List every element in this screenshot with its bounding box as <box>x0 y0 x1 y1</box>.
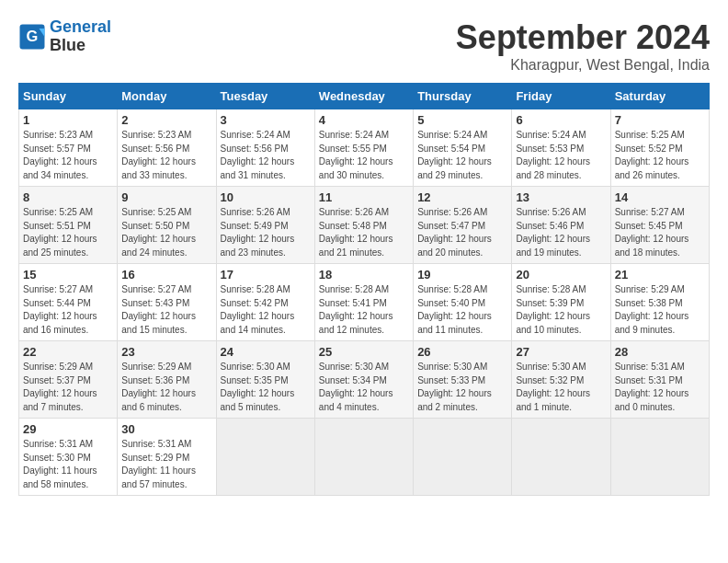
logo-text: General Blue <box>50 18 111 55</box>
calendar-day-24: 24 Sunrise: 5:30 AMSunset: 5:35 PMDaylig… <box>216 341 314 419</box>
day-info: Sunrise: 5:24 AMSunset: 5:53 PMDaylight:… <box>516 129 606 182</box>
day-info: Sunrise: 5:23 AMSunset: 5:57 PMDaylight:… <box>23 129 113 182</box>
calendar-day-18: 18 Sunrise: 5:28 AMSunset: 5:41 PMDaylig… <box>314 264 413 341</box>
calendar-day-21: 21 Sunrise: 5:29 AMSunset: 5:38 PMDaylig… <box>610 264 709 341</box>
calendar-week-4: 29 Sunrise: 5:31 AMSunset: 5:30 PMDaylig… <box>19 419 710 496</box>
day-info: Sunrise: 5:30 AMSunset: 5:34 PMDaylight:… <box>319 361 409 414</box>
column-header-saturday: Saturday <box>610 84 709 109</box>
calendar-header-row: SundayMondayTuesdayWednesdayThursdayFrid… <box>19 84 710 109</box>
logo-icon: G <box>18 23 46 51</box>
day-info: Sunrise: 5:30 AMSunset: 5:35 PMDaylight:… <box>221 361 311 414</box>
column-header-tuesday: Tuesday <box>216 84 314 109</box>
day-info: Sunrise: 5:27 AMSunset: 5:45 PMDaylight:… <box>615 206 705 259</box>
day-info: Sunrise: 5:26 AMSunset: 5:46 PMDaylight:… <box>516 206 606 259</box>
calendar-day-15: 15 Sunrise: 5:27 AMSunset: 5:44 PMDaylig… <box>19 264 118 341</box>
month-title: September 2024 <box>456 18 710 57</box>
day-number: 7 <box>615 113 705 127</box>
calendar-table: SundayMondayTuesdayWednesdayThursdayFrid… <box>18 83 710 496</box>
calendar-day-30: 30 Sunrise: 5:31 AMSunset: 5:29 PMDaylig… <box>118 419 216 496</box>
day-info: Sunrise: 5:26 AMSunset: 5:48 PMDaylight:… <box>319 206 409 259</box>
day-info: Sunrise: 5:28 AMSunset: 5:39 PMDaylight:… <box>516 283 606 337</box>
day-number: 29 <box>23 422 113 436</box>
day-number: 25 <box>319 345 409 359</box>
day-info: Sunrise: 5:26 AMSunset: 5:49 PMDaylight:… <box>221 206 311 259</box>
svg-text:G: G <box>27 27 39 43</box>
day-number: 19 <box>417 268 507 282</box>
day-number: 16 <box>121 268 211 282</box>
day-number: 11 <box>319 190 409 204</box>
day-info: Sunrise: 5:27 AMSunset: 5:44 PMDaylight:… <box>23 283 113 337</box>
day-info: Sunrise: 5:25 AMSunset: 5:52 PMDaylight:… <box>615 129 705 182</box>
calendar-day-12: 12 Sunrise: 5:26 AMSunset: 5:47 PMDaylig… <box>414 187 512 264</box>
empty-cell <box>216 419 314 496</box>
day-number: 9 <box>121 190 211 204</box>
day-info: Sunrise: 5:28 AMSunset: 5:42 PMDaylight:… <box>221 283 311 337</box>
day-number: 18 <box>319 268 409 282</box>
day-info: Sunrise: 5:27 AMSunset: 5:43 PMDaylight:… <box>121 283 211 337</box>
day-number: 28 <box>615 345 705 359</box>
calendar-week-3: 22 Sunrise: 5:29 AMSunset: 5:37 PMDaylig… <box>19 341 710 419</box>
calendar-day-7: 7 Sunrise: 5:25 AMSunset: 5:52 PMDayligh… <box>610 109 709 187</box>
day-info: Sunrise: 5:29 AMSunset: 5:38 PMDaylight:… <box>615 283 705 337</box>
calendar-day-8: 8 Sunrise: 5:25 AMSunset: 5:51 PMDayligh… <box>19 187 118 264</box>
calendar-day-10: 10 Sunrise: 5:26 AMSunset: 5:49 PMDaylig… <box>216 187 314 264</box>
day-number: 8 <box>23 190 113 204</box>
empty-cell <box>512 419 610 496</box>
calendar-day-6: 6 Sunrise: 5:24 AMSunset: 5:53 PMDayligh… <box>512 109 610 187</box>
column-header-friday: Friday <box>512 84 610 109</box>
day-number: 22 <box>23 345 113 359</box>
day-info: Sunrise: 5:24 AMSunset: 5:55 PMDaylight:… <box>319 129 409 182</box>
day-info: Sunrise: 5:31 AMSunset: 5:30 PMDaylight:… <box>23 438 113 491</box>
day-number: 10 <box>221 190 311 204</box>
logo: G General Blue <box>18 18 111 55</box>
empty-cell <box>314 419 413 496</box>
location-title: Kharagpur, West Bengal, India <box>456 57 710 74</box>
calendar-day-28: 28 Sunrise: 5:31 AMSunset: 5:31 PMDaylig… <box>610 341 709 419</box>
day-info: Sunrise: 5:29 AMSunset: 5:37 PMDaylight:… <box>23 361 113 414</box>
day-info: Sunrise: 5:25 AMSunset: 5:50 PMDaylight:… <box>121 206 211 259</box>
calendar-day-5: 5 Sunrise: 5:24 AMSunset: 5:54 PMDayligh… <box>414 109 512 187</box>
day-number: 26 <box>417 345 507 359</box>
day-number: 1 <box>23 113 113 127</box>
calendar-day-1: 1 Sunrise: 5:23 AMSunset: 5:57 PMDayligh… <box>19 109 118 187</box>
title-area: September 2024 Kharagpur, West Bengal, I… <box>456 18 710 74</box>
day-number: 4 <box>319 113 409 127</box>
day-info: Sunrise: 5:29 AMSunset: 5:36 PMDaylight:… <box>121 361 211 414</box>
calendar-week-2: 15 Sunrise: 5:27 AMSunset: 5:44 PMDaylig… <box>19 264 710 341</box>
empty-cell <box>610 419 709 496</box>
calendar-day-13: 13 Sunrise: 5:26 AMSunset: 5:46 PMDaylig… <box>512 187 610 264</box>
calendar-day-22: 22 Sunrise: 5:29 AMSunset: 5:37 PMDaylig… <box>19 341 118 419</box>
day-number: 20 <box>516 268 606 282</box>
day-info: Sunrise: 5:25 AMSunset: 5:51 PMDaylight:… <box>23 206 113 259</box>
day-number: 17 <box>221 268 311 282</box>
calendar-day-29: 29 Sunrise: 5:31 AMSunset: 5:30 PMDaylig… <box>19 419 118 496</box>
day-info: Sunrise: 5:28 AMSunset: 5:41 PMDaylight:… <box>319 283 409 337</box>
day-number: 14 <box>615 190 705 204</box>
column-header-monday: Monday <box>118 84 216 109</box>
day-number: 5 <box>417 113 507 127</box>
calendar-day-19: 19 Sunrise: 5:28 AMSunset: 5:40 PMDaylig… <box>414 264 512 341</box>
calendar-week-0: 1 Sunrise: 5:23 AMSunset: 5:57 PMDayligh… <box>19 109 710 187</box>
day-number: 30 <box>121 422 211 436</box>
day-info: Sunrise: 5:30 AMSunset: 5:33 PMDaylight:… <box>417 361 507 414</box>
day-number: 24 <box>221 345 311 359</box>
column-header-thursday: Thursday <box>414 84 512 109</box>
calendar-day-16: 16 Sunrise: 5:27 AMSunset: 5:43 PMDaylig… <box>118 264 216 341</box>
column-header-wednesday: Wednesday <box>314 84 413 109</box>
calendar-day-11: 11 Sunrise: 5:26 AMSunset: 5:48 PMDaylig… <box>314 187 413 264</box>
day-number: 13 <box>516 190 606 204</box>
calendar-day-27: 27 Sunrise: 5:30 AMSunset: 5:32 PMDaylig… <box>512 341 610 419</box>
calendar-day-9: 9 Sunrise: 5:25 AMSunset: 5:50 PMDayligh… <box>118 187 216 264</box>
day-number: 27 <box>516 345 606 359</box>
calendar-day-20: 20 Sunrise: 5:28 AMSunset: 5:39 PMDaylig… <box>512 264 610 341</box>
calendar-day-17: 17 Sunrise: 5:28 AMSunset: 5:42 PMDaylig… <box>216 264 314 341</box>
calendar-week-1: 8 Sunrise: 5:25 AMSunset: 5:51 PMDayligh… <box>19 187 710 264</box>
calendar-day-14: 14 Sunrise: 5:27 AMSunset: 5:45 PMDaylig… <box>610 187 709 264</box>
day-info: Sunrise: 5:31 AMSunset: 5:29 PMDaylight:… <box>121 438 211 491</box>
empty-cell <box>414 419 512 496</box>
calendar-day-26: 26 Sunrise: 5:30 AMSunset: 5:33 PMDaylig… <box>414 341 512 419</box>
day-number: 6 <box>516 113 606 127</box>
day-info: Sunrise: 5:23 AMSunset: 5:56 PMDaylight:… <box>121 129 211 182</box>
calendar-day-2: 2 Sunrise: 5:23 AMSunset: 5:56 PMDayligh… <box>118 109 216 187</box>
day-info: Sunrise: 5:28 AMSunset: 5:40 PMDaylight:… <box>417 283 507 337</box>
